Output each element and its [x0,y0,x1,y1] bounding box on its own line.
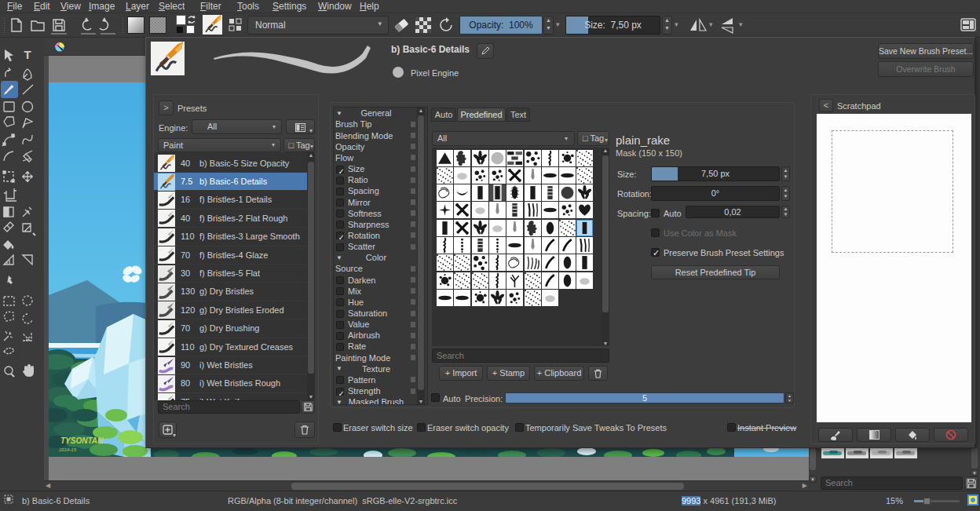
svg-text:2014-15: 2014-15 [58,447,77,452]
svg-text:T: T [24,48,31,61]
svg-text:TYSONTAN: TYSONTAN [60,436,104,445]
